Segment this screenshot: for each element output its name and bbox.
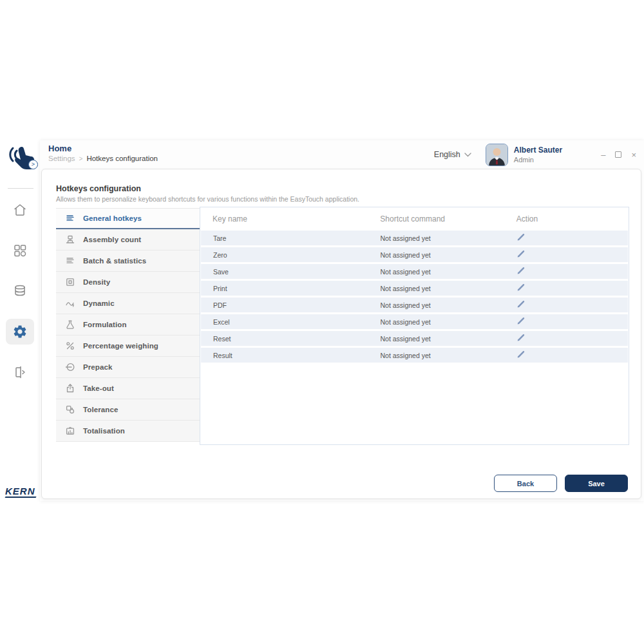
menu-item-dynamic[interactable]: Dynamic: [56, 293, 200, 314]
menu-item-formulation[interactable]: Formulation: [56, 314, 200, 336]
back-button[interactable]: Back: [494, 475, 557, 492]
menu-item-totalisation[interactable]: Totalisation: [56, 421, 200, 442]
rail-item-database[interactable]: [6, 278, 34, 304]
row-shortcut-command: Not assigned yet: [380, 318, 508, 326]
edit-hotkey-button[interactable]: [516, 266, 527, 276]
save-button[interactable]: Save: [565, 475, 628, 492]
rail-nav: [0, 197, 40, 385]
edit-hotkey-button[interactable]: [516, 283, 527, 293]
edit-hotkey-button[interactable]: [516, 350, 527, 360]
chevron-down-icon: [464, 153, 471, 157]
menu-item-label: Assembly count: [83, 236, 141, 243]
row-shortcut-command: Not assigned yet: [380, 234, 508, 242]
assembly-icon: [65, 234, 75, 245]
menu-item-label: Dynamic: [83, 299, 115, 307]
pencil-icon: [516, 249, 526, 260]
menu-item-take-out[interactable]: Take-out: [56, 378, 200, 399]
row-shortcut-command: Not assigned yet: [380, 251, 508, 259]
pencil-icon: [516, 232, 526, 243]
tolerance-icon: [65, 404, 75, 415]
menu-item-label: Batch & statistics: [83, 257, 146, 265]
table-header: Key name Shortcut command Action: [200, 207, 629, 231]
minimize-button[interactable]: –: [601, 151, 605, 159]
menu-item-label: General hotkeys: [83, 214, 142, 222]
menu-item-label: Tolerance: [83, 406, 118, 413]
menu-item-label: Density: [83, 278, 110, 286]
logout-icon: [12, 365, 28, 380]
row-key-name: Tare: [201, 234, 380, 242]
page-title: Hotkeys configuration: [56, 184, 141, 193]
table-row: PDF Not assigned yet: [201, 298, 628, 312]
edit-hotkey-button[interactable]: [516, 249, 527, 260]
maximize-button[interactable]: [615, 151, 621, 158]
page-header-title: Home: [48, 144, 71, 153]
hotkeys-category-menu: General hotkeys Assembly count Batch & s…: [56, 208, 200, 442]
kern-logo-text: KERN: [5, 486, 35, 497]
pencil-icon: [516, 299, 526, 310]
breadcrumb-parent[interactable]: Settings: [48, 155, 75, 162]
header-right: English Albert Sauter Admin: [434, 140, 636, 169]
list-lines-icon: [65, 213, 75, 223]
formulation-icon: [65, 319, 75, 330]
rail-item-home[interactable]: [6, 197, 34, 223]
column-header-action: Action: [509, 214, 629, 223]
table-row: Print Not assigned yet: [201, 281, 628, 296]
left-rail: > KERN: [0, 135, 40, 506]
app-window: Home Settings > Hotkeys configuration En…: [40, 140, 644, 501]
menu-item-general-hotkeys[interactable]: General hotkeys: [56, 208, 200, 229]
row-key-name: Save: [201, 268, 380, 276]
menu-item-label: Take-out: [83, 384, 114, 392]
row-shortcut-command: Not assigned yet: [380, 301, 508, 309]
density-icon: [65, 277, 75, 287]
menu-item-prepack[interactable]: Prepack: [56, 357, 200, 378]
table-row: Reset Not assigned yet: [201, 331, 628, 346]
row-key-name: PDF: [201, 301, 380, 309]
edit-hotkey-button[interactable]: [516, 316, 527, 327]
menu-item-density[interactable]: Density: [56, 272, 200, 293]
column-header-shortcut-command: Shortcut command: [380, 214, 509, 223]
percent-icon: [65, 341, 75, 351]
row-shortcut-command: Not assigned yet: [380, 352, 508, 359]
edit-hotkey-button[interactable]: [516, 232, 527, 243]
takeout-icon: [65, 383, 75, 393]
menu-item-label: Percentage weighing: [83, 342, 158, 350]
user-block: Albert Sauter Admin: [514, 146, 562, 164]
user-role: Admin: [514, 156, 562, 164]
row-shortcut-command: Not assigned yet: [380, 285, 508, 292]
table-row: Tare Not assigned yet: [201, 231, 628, 245]
rail-item-apps-grid[interactable]: [6, 238, 34, 263]
easytouch-logo-icon: [4, 140, 36, 176]
row-key-name: Excel: [201, 318, 380, 326]
table-row: Zero Not assigned yet: [201, 247, 628, 262]
pencil-icon: [516, 333, 526, 344]
rail-item-gear[interactable]: [6, 319, 34, 345]
rail-item-logout[interactable]: [6, 359, 34, 385]
pencil-icon: [516, 283, 526, 294]
window-header: Home Settings > Hotkeys configuration En…: [40, 140, 644, 169]
footer-actions: Back Save: [494, 475, 628, 492]
avatar[interactable]: [486, 144, 508, 166]
table-row: Save Not assigned yet: [201, 264, 628, 279]
batch-stats-icon: [65, 256, 75, 266]
row-key-name: Print: [201, 285, 380, 292]
language-selector[interactable]: English: [434, 150, 471, 159]
database-icon: [12, 283, 28, 299]
edit-hotkey-button[interactable]: [516, 299, 527, 310]
row-key-name: Zero: [201, 251, 380, 259]
kern-logo[interactable]: KERN: [5, 486, 36, 498]
row-key-name: Reset: [201, 335, 380, 343]
rail-divider: [8, 188, 33, 189]
kern-logo-underline: [5, 497, 36, 498]
edit-hotkey-button[interactable]: [516, 333, 527, 343]
table-row: Result Not assigned yet: [201, 348, 628, 363]
sidebar-collapse-button[interactable]: >: [28, 160, 38, 169]
user-name: Albert Sauter: [514, 146, 562, 155]
menu-item-batch-statistics[interactable]: Batch & statistics: [56, 251, 200, 272]
row-shortcut-command: Not assigned yet: [380, 268, 508, 276]
menu-item-percentage-weighing[interactable]: Percentage weighing: [56, 336, 200, 357]
menu-item-tolerance[interactable]: Tolerance: [56, 399, 200, 421]
close-button[interactable]: ×: [631, 151, 636, 159]
content-panel: Hotkeys configuration Allows them to per…: [41, 169, 641, 499]
gear-icon: [12, 324, 28, 339]
menu-item-assembly-count[interactable]: Assembly count: [56, 229, 200, 251]
